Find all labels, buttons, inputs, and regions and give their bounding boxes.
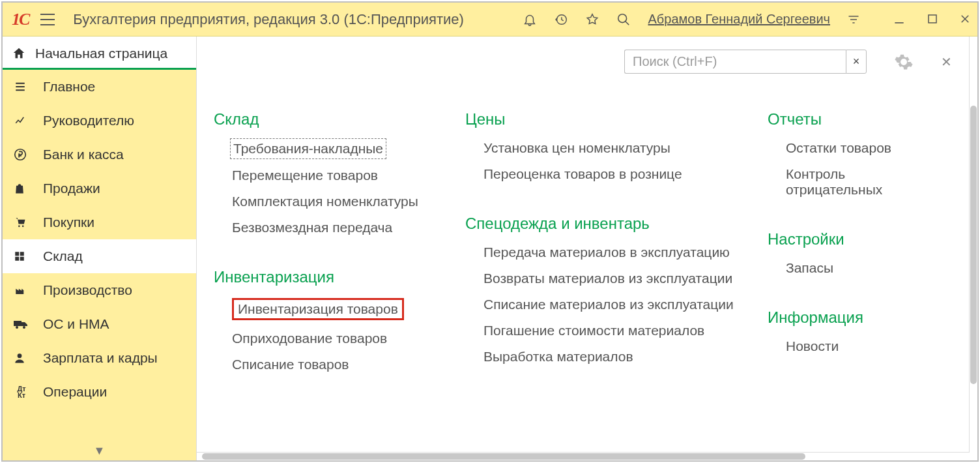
sidebar-item-hr[interactable]: Зарплата и кадры — [3, 341, 196, 375]
link-inventarizatsiya-tovarov[interactable]: Инвентаризация товаров — [232, 298, 404, 320]
link-peremeshenie[interactable]: Перемещение товаров — [232, 168, 378, 183]
user-link[interactable]: Абрамов Геннадий Сергеевич — [648, 12, 830, 27]
bag-icon — [13, 181, 30, 196]
link-zapasy[interactable]: Запасы — [786, 260, 833, 276]
gear-icon[interactable] — [894, 52, 914, 72]
sidebar-item-main[interactable]: Главное — [3, 70, 196, 104]
link-vyrabotka[interactable]: Выработка материалов — [483, 349, 633, 365]
svg-point-4 — [18, 226, 20, 228]
link-novosti[interactable]: Новости — [786, 338, 839, 354]
sidebar-item-label: Банк и касса — [43, 147, 124, 162]
link-spisanie-materialov[interactable]: Списание материалов из эксплуатации — [483, 297, 734, 312]
window-controls — [893, 13, 971, 26]
sidebar-item-sales[interactable]: Продажи — [3, 172, 196, 205]
sidebar-item-assets[interactable]: ОС и НМА — [3, 307, 196, 341]
section-prices-title: Цены — [465, 110, 757, 128]
horizontal-scrollbar[interactable] — [202, 453, 957, 460]
link-bezvozmezdnaya[interactable]: Безвозмездная передача — [232, 220, 392, 235]
section-invent-links: Инвентаризация товаров Оприходование тов… — [214, 298, 455, 383]
link-komplektatsiya[interactable]: Комплектация номенклатуры — [232, 194, 418, 209]
truck-icon — [13, 318, 30, 330]
search-group: × — [624, 50, 867, 74]
panel-close-icon[interactable]: ✕ — [941, 54, 952, 70]
section-spets-links: Передача материалов в эксплуатацию Возвр… — [465, 245, 757, 375]
titlebar-actions: Абрамов Геннадий Сергеевич — [523, 12, 971, 27]
body: Начальная страница Главное Руководителю — [3, 37, 977, 460]
search-input[interactable] — [624, 50, 846, 74]
sidebar-item-production[interactable]: Производство — [3, 273, 196, 307]
section-settings-title: Настройки — [768, 230, 944, 248]
sidebar: Начальная страница Главное Руководителю — [3, 37, 197, 460]
svg-rect-2 — [929, 15, 936, 23]
link-oprihodovanie[interactable]: Оприходование товаров — [232, 331, 387, 346]
svg-point-1 — [618, 14, 627, 22]
search-clear-button[interactable]: × — [846, 50, 867, 74]
content: × ✕ Склад Требования-накладные Перемещен… — [197, 37, 977, 460]
expand-sidebar-icon[interactable]: ▼ — [94, 444, 106, 458]
horizontal-scroll-thumb[interactable] — [202, 453, 805, 460]
content-panel: × ✕ Склад Требования-накладные Перемещен… — [197, 37, 970, 453]
vertical-scroll-thumb[interactable] — [970, 106, 977, 384]
link-trebovaniya[interactable]: Требования-накладные — [232, 140, 384, 157]
section-reports-title: Отчеты — [768, 110, 944, 128]
section-prices-links: Установка цен номенклатуры Переоценка то… — [465, 140, 757, 192]
filter-icon[interactable] — [847, 13, 860, 26]
svg-point-13 — [18, 353, 22, 358]
logo-1c: 1C — [12, 10, 29, 29]
svg-rect-8 — [15, 257, 19, 261]
sidebar-item-warehouse[interactable]: Склад — [3, 239, 196, 273]
sidebar-item-manager[interactable]: Руководителю — [3, 104, 196, 138]
content-toolbar: × ✕ — [214, 50, 952, 74]
sidebar-item-operations[interactable]: ДтКт Операции — [3, 375, 196, 409]
svg-rect-9 — [20, 257, 24, 261]
minimize-button[interactable] — [893, 13, 906, 26]
link-kontrol-otric[interactable]: Контроль отрицательных — [786, 166, 944, 198]
svg-rect-6 — [15, 252, 19, 256]
svg-rect-10 — [14, 321, 22, 326]
link-peredacha-materialov[interactable]: Передача материалов в эксплуатацию — [483, 245, 730, 260]
app-window: 1C Бухгалтерия предприятия, редакция 3.0… — [1, 1, 979, 462]
dtkt-icon: ДтКт — [13, 385, 30, 398]
svg-point-11 — [16, 326, 18, 329]
link-spisanie-tovarov[interactable]: Списание товаров — [232, 357, 349, 372]
section-invent-title: Инвентаризация — [214, 268, 455, 286]
app-title: Бухгалтерия предприятия, редакция 3.0 (1… — [73, 11, 523, 28]
star-icon[interactable] — [585, 12, 599, 27]
link-vozvraty-materialov[interactable]: Возвраты материалов из эксплуатации — [483, 271, 732, 286]
section-info-title: Информация — [768, 308, 944, 327]
column-2: Цены Установка цен номенклатуры Переоцен… — [465, 106, 757, 405]
vertical-scrollbar[interactable] — [970, 42, 977, 440]
sidebar-item-purchases[interactable]: Покупки — [3, 205, 196, 239]
maximize-button[interactable] — [927, 13, 938, 26]
sidebar-item-label: Операции — [43, 384, 107, 400]
link-ostatki[interactable]: Остатки товаров — [786, 140, 891, 156]
list-icon — [13, 81, 30, 93]
link-pogashenie[interactable]: Погашение стоимости материалов — [483, 323, 704, 338]
bell-icon[interactable] — [523, 12, 537, 27]
titlebar: 1C Бухгалтерия предприятия, редакция 3.0… — [3, 3, 977, 37]
sidebar-item-label: Продажи — [43, 181, 100, 196]
history-icon[interactable] — [554, 12, 568, 27]
link-ustanovka-tsen[interactable]: Установка цен номенклатуры — [483, 140, 670, 156]
cart-icon — [13, 216, 30, 229]
section-spets-title: Спецодежда и инвентарь — [465, 215, 757, 233]
tab-home[interactable]: Начальная страница — [3, 37, 196, 70]
column-1: Склад Требования-накладные Перемещение т… — [214, 106, 455, 405]
close-button[interactable] — [959, 13, 971, 26]
home-icon — [12, 46, 26, 61]
sidebar-item-label: Производство — [43, 282, 132, 298]
sidebar-item-label: Зарплата и кадры — [43, 350, 158, 366]
sidebar-item-label: Покупки — [43, 215, 94, 230]
section-settings-links: Запасы — [768, 260, 944, 286]
tab-home-label: Начальная страница — [35, 46, 167, 61]
sidebar-item-label: ОС и НМА — [43, 316, 109, 332]
sidebar-item-bank[interactable]: Банк и касса — [3, 138, 196, 172]
factory-icon — [13, 284, 30, 296]
search-icon[interactable] — [616, 12, 631, 27]
link-pereotsenka[interactable]: Переоценка товаров в рознице — [483, 166, 682, 182]
sidebar-list: Главное Руководителю Банк и касса — [3, 70, 196, 460]
sidebar-item-label: Главное — [43, 79, 95, 95]
grid-icon — [13, 250, 30, 262]
menu-icon[interactable] — [40, 14, 55, 25]
svg-rect-7 — [20, 252, 24, 256]
